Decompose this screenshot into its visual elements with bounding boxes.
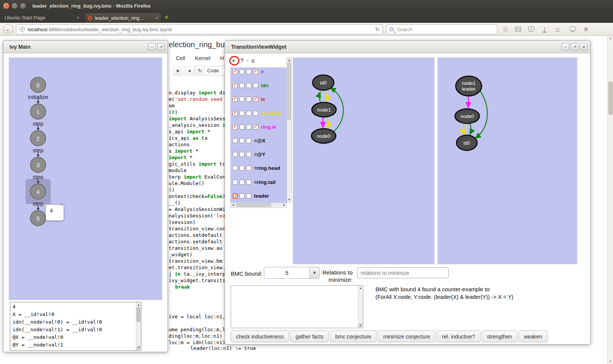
bookmarks-menu-icon[interactable] [515,27,521,32]
trace-node-3[interactable]: 3 [30,157,46,173]
transition-view-titlebar[interactable]: TransitionViewWidget − ↗ ✕ [225,41,590,53]
relation-checkbox-le-0[interactable] [233,97,238,102]
site-identity-icon[interactable] [19,27,25,32]
query-concept-button[interactable]: ? [240,57,243,64]
trace-node-1[interactable]: 1 [30,104,46,120]
resize-grip-icon[interactable] [136,346,140,350]
check-inductiveness-button[interactable]: check inductiveness [231,330,289,342]
state-graph-right[interactable]: node1 leader node0 id0 [437,57,577,264]
graph-node-node1-leader[interactable]: node1 leader [456,76,482,96]
relation-checkbox-=@X-0[interactable] [233,138,238,143]
relation-label-pending[interactable]: pending [261,110,281,116]
pocket-icon[interactable]: ∨ [528,26,534,32]
relation-checkbox-le-3[interactable] [253,97,258,102]
menu-help[interactable]: H [220,55,224,61]
bmc-conjecture-button[interactable]: bmc conjecture [330,330,377,342]
trace-node-2[interactable]: 2 [30,130,46,146]
relation-checkbox-idn-2[interactable] [246,83,251,88]
relation-checkbox-=ring.head-1[interactable] [239,166,244,171]
relation-label-ring.le[interactable]: ring.le [261,124,276,130]
popout-icon[interactable]: ↗ [157,43,165,51]
popout-icon[interactable]: ↗ [571,43,578,51]
relation-checkbox-=ring.head-0[interactable] [233,166,238,171]
relation-checkbox-pending-1[interactable] [239,111,244,116]
page-scrollbar-thumb[interactable] [608,81,613,115]
interrupt-kernel-button[interactable]: ■ [185,66,195,75]
resize-grip-icon[interactable] [358,323,362,327]
scroll-down-icon[interactable]: ▼ [287,198,291,201]
scroll-up-icon[interactable]: ▲ [287,59,291,62]
scroll-up-icon[interactable]: ▲ [608,37,613,40]
graph-node-id0[interactable]: id0 [457,135,477,150]
relations-hscrollbar[interactable]: ◄ ► [230,203,287,208]
graph-node-id0[interactable]: id0 [313,75,334,90]
relation-checkbox-=@X-2[interactable] [246,138,251,143]
bookmark-star-icon[interactable]: ☆ [502,25,509,34]
run-cell-button[interactable]: ▶ [173,66,183,75]
url-bar[interactable]: localhost :8888/notebooks/leader_electio… [16,24,383,34]
relation-checkbox-le-2[interactable] [246,97,251,102]
relation-label-=@X[interactable]: =@X [254,138,265,144]
graph-node-node0[interactable]: node0 [311,129,336,143]
remove-concept-button[interactable]: - [247,57,249,64]
scroll-up-icon[interactable]: ▲ [358,286,363,290]
relation-label-=ring.tail[interactable]: =ring.tail [254,179,276,185]
relation-checkbox-=-0[interactable] [233,69,238,74]
relations-vscrollbar[interactable]: ▲ ▼ [287,57,292,203]
trace-output-box[interactable]: 4 X = __id!val!0 idn(__node!val!0) = __i… [10,302,141,351]
graph-node-node1[interactable]: node1 [312,102,336,117]
textarea-scrollbar[interactable]: ▲ ▼ [358,286,363,328]
search-box[interactable]: Search [386,24,497,34]
scrollbar-thumb[interactable] [236,203,271,207]
weaken-button[interactable]: weaken [519,330,548,342]
relation-label-=ring.head[interactable]: =ring.head [254,165,280,171]
relation-checkbox-leader-1[interactable] [239,193,244,198]
cell-type-select[interactable]: Code [204,66,225,75]
relation-checkbox-le-1[interactable] [239,97,244,102]
minimize-conjecture-button[interactable]: minimize conjecture [378,330,436,342]
relation-checkbox-=ring.tail-2[interactable] [246,180,251,185]
relation-label-=[interactable]: = [261,69,264,75]
relation-label-le[interactable]: le [261,96,265,102]
tab-ubuntu-start-page[interactable]: Ubuntu Start Page × [2,13,82,23]
window-close-button[interactable]: × [3,3,10,9]
relation-checkbox-pending-2[interactable] [246,111,251,116]
downloads-icon[interactable]: ↓ [543,26,546,32]
relation-checkbox-idn-0[interactable] [233,83,238,88]
trace-node-5[interactable]: 5 [30,210,46,226]
add-concept-button[interactable]: + [232,57,235,64]
relation-checkbox-=-1[interactable] [239,69,244,74]
bmc-bound-dropdown-icon[interactable]: ▼ [310,267,319,279]
relations-to-minimize-input[interactable] [357,267,449,278]
relation-label-leader[interactable]: leader [254,193,269,199]
menu-cell[interactable]: Cell [176,55,185,61]
reload-icon[interactable]: ↻ [375,26,380,32]
relation-checkbox-idn-1[interactable] [239,83,244,88]
trace-node-4[interactable]: 4 [30,184,46,200]
gather-facts-button[interactable]: gather facts [290,330,329,342]
scroll-left-icon[interactable]: ◄ [231,203,235,207]
scrollbar-thumb[interactable] [287,63,291,120]
relation-checkbox-ring.le-2[interactable] [246,125,251,129]
scroll-up-icon[interactable]: ▲ [136,303,141,307]
menu-hamburger-icon[interactable]: ≡ [584,26,588,34]
relation-checkbox-ring.le-3[interactable] [253,125,258,129]
code-cell[interactable]: n.display import dim('smt.random_seedom(… [169,89,225,290]
relation-label-idn[interactable]: idn [261,83,268,88]
relation-checkbox-=@Y-1[interactable] [239,152,244,157]
relation-checkbox-=@Y-2[interactable] [246,152,251,157]
relation-checkbox-=@Y-0[interactable] [233,152,238,157]
relation-checkbox-leader-2[interactable] [246,193,251,198]
relation-checkbox-=-2[interactable] [246,69,251,74]
tab-leader-election-active[interactable]: leader_election_ring... × [85,13,161,23]
conjecture-textarea[interactable]: ▲ ▼ [231,285,363,328]
notebook-title[interactable]: election_ring_bug [169,40,225,49]
rel-inductive-button[interactable]: rel. inductive? [437,330,480,342]
window-minimize-button[interactable]: − [11,3,18,9]
close-icon[interactable]: ✕ [580,43,587,51]
tab-close-icon[interactable]: × [155,15,158,21]
relation-checkbox-=ring.tail-0[interactable] [233,180,238,185]
ivy-main-titlebar[interactable]: Ivy Main − ↗ [3,41,168,53]
graph-node-node0[interactable]: node0 [455,109,479,123]
minimize-icon[interactable]: − [148,43,156,51]
